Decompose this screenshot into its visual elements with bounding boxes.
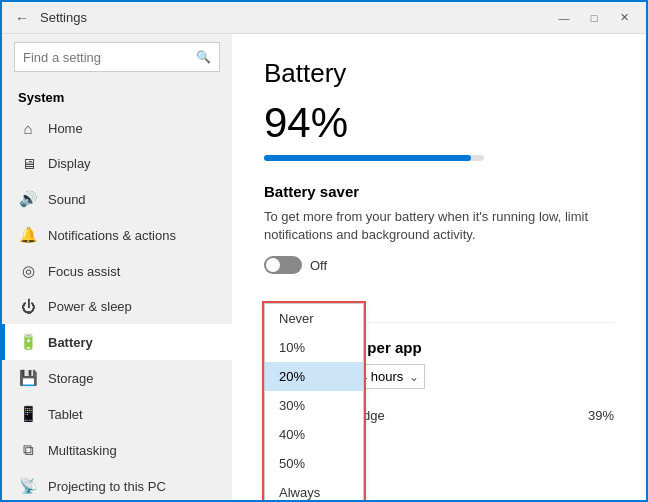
dropdown-option-40[interactable]: 40% xyxy=(265,420,363,449)
sidebar-item-display[interactable]: 🖥 Display xyxy=(2,146,232,181)
power-icon: ⏻ xyxy=(18,298,38,315)
battery-saver-toggle-row: Off xyxy=(264,256,614,274)
sidebar-item-label: Battery xyxy=(48,335,93,350)
window-controls: — □ ✕ xyxy=(550,8,638,28)
battery-bar-fill xyxy=(264,155,471,161)
sidebar-item-label: Home xyxy=(48,121,83,136)
sound-icon: 🔊 xyxy=(18,190,38,208)
projecting-icon: 📡 xyxy=(18,477,38,495)
sidebar-item-label: Focus assist xyxy=(48,264,120,279)
maximize-button[interactable]: □ xyxy=(580,8,608,28)
sidebar-item-focus[interactable]: ◎ Focus assist xyxy=(2,253,232,289)
page-title: Battery xyxy=(264,58,614,89)
battery-saver-title: Battery saver xyxy=(264,183,614,200)
sidebar-item-label: Display xyxy=(48,156,91,171)
sidebar-section-title: System xyxy=(2,80,232,111)
search-icon: 🔍 xyxy=(196,50,211,64)
dropdown-option-always[interactable]: Always xyxy=(265,478,363,500)
sidebar-item-label: Sound xyxy=(48,192,86,207)
sidebar-item-battery[interactable]: 🔋 Battery xyxy=(2,324,232,360)
battery-saver-toggle[interactable] xyxy=(264,256,302,274)
sidebar-item-sound[interactable]: 🔊 Sound xyxy=(2,181,232,217)
sidebar-item-multitasking[interactable]: ⧉ Multitasking xyxy=(2,432,232,468)
sidebar: 🔍 System ⌂ Home 🖥 Display 🔊 Sound 🔔 Noti… xyxy=(2,34,232,500)
sidebar-item-projecting[interactable]: 📡 Projecting to this PC xyxy=(2,468,232,500)
title-bar: ← Settings — □ ✕ xyxy=(2,2,646,34)
window-title: Settings xyxy=(40,10,550,25)
sidebar-item-power[interactable]: ⏻ Power & sleep xyxy=(2,289,232,324)
battery-saver-desc: To get more from your battery when it's … xyxy=(264,208,614,244)
main-panel: Battery 94% Battery saver To get more fr… xyxy=(232,34,646,500)
app-window: ← Settings — □ ✕ 🔍 System ⌂ Home 🖥 Displ… xyxy=(2,2,646,500)
display-icon: 🖥 xyxy=(18,155,38,172)
sidebar-item-label: Notifications & actions xyxy=(48,228,176,243)
search-box[interactable]: 🔍 xyxy=(14,42,220,72)
sidebar-item-tablet[interactable]: 📱 Tablet xyxy=(2,396,232,432)
back-button[interactable]: ← xyxy=(10,6,34,30)
dropdown-menu: Never 10% 20% 30% 40% 50% Always xyxy=(264,303,364,500)
battery-icon: 🔋 xyxy=(18,333,38,351)
dropdown-option-10[interactable]: 10% xyxy=(265,333,363,362)
toggle-label: Off xyxy=(310,258,327,273)
app-percent: 39% xyxy=(588,408,614,423)
battery-percent: 94% xyxy=(264,99,614,147)
storage-icon: 💾 xyxy=(18,369,38,387)
dropdown-option-never[interactable]: Never xyxy=(265,304,363,333)
main-content: 🔍 System ⌂ Home 🖥 Display 🔊 Sound 🔔 Noti… xyxy=(2,34,646,500)
multitasking-icon: ⧉ xyxy=(18,441,38,459)
sidebar-item-label: Multitasking xyxy=(48,443,117,458)
battery-bar-background xyxy=(264,155,484,161)
notifications-icon: 🔔 xyxy=(18,226,38,244)
sidebar-item-notifications[interactable]: 🔔 Notifications & actions xyxy=(2,217,232,253)
minimize-button[interactable]: — xyxy=(550,8,578,28)
dropdown-option-20[interactable]: 20% xyxy=(265,362,363,391)
sidebar-item-label: Projecting to this PC xyxy=(48,479,166,494)
dropdown-option-30[interactable]: 30% xyxy=(265,391,363,420)
home-icon: ⌂ xyxy=(18,120,38,137)
dropdown-option-50[interactable]: 50% xyxy=(265,449,363,478)
sidebar-item-storage[interactable]: 💾 Storage xyxy=(2,360,232,396)
tablet-icon: 📱 xyxy=(18,405,38,423)
search-input[interactable] xyxy=(23,50,196,65)
sidebar-item-home[interactable]: ⌂ Home xyxy=(2,111,232,146)
sidebar-item-label: Tablet xyxy=(48,407,83,422)
sidebar-item-label: Storage xyxy=(48,371,94,386)
toggle-thumb xyxy=(266,258,280,272)
sidebar-item-label: Power & sleep xyxy=(48,299,132,314)
focus-icon: ◎ xyxy=(18,262,38,280)
close-button[interactable]: ✕ xyxy=(610,8,638,28)
